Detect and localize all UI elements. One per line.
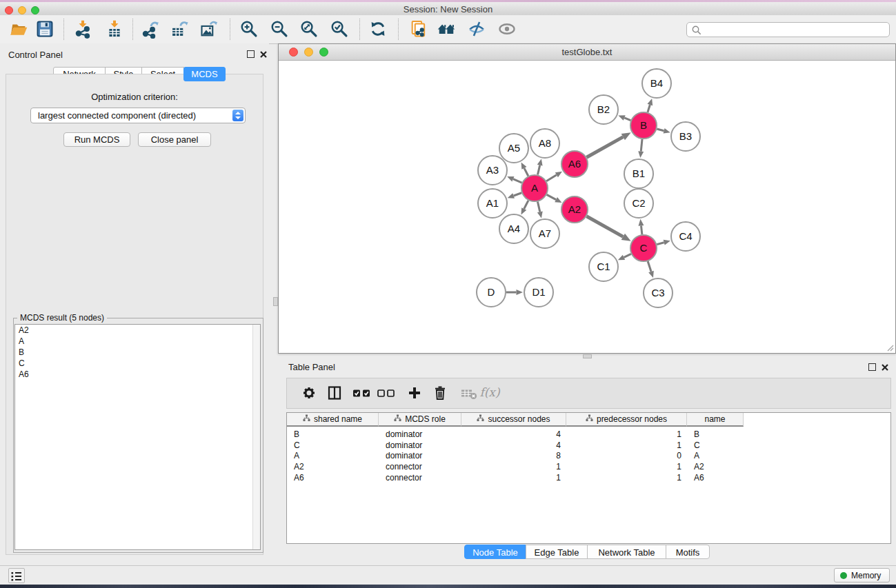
close-panel-button[interactable]: Close panel [138, 132, 211, 147]
memory-button[interactable]: Memory [834, 568, 890, 582]
refresh-layout-icon[interactable] [368, 19, 388, 39]
table-close-icon[interactable] [881, 363, 889, 372]
edge-A2-C[interactable] [586, 216, 623, 237]
desktop-wallpaper-bottom [0, 585, 896, 588]
deselect-all-rows-icon[interactable] [375, 385, 397, 404]
function-builder-icon[interactable]: f(x) [479, 385, 499, 399]
home-layout-icon[interactable] [437, 19, 456, 39]
show-columns-icon[interactable] [326, 385, 343, 404]
table-row[interactable]: A6connector11A6 [287, 472, 890, 483]
result-list-item[interactable]: A6 [15, 369, 260, 380]
graph-node-label: C [640, 242, 648, 254]
resize-grip-icon[interactable] [886, 343, 894, 352]
zoom-out-icon[interactable] [270, 19, 289, 39]
table-row[interactable]: A2connector11A2 [287, 461, 890, 472]
edge-B-B2[interactable] [624, 118, 630, 121]
result-list-item[interactable]: C [15, 358, 260, 369]
column-header-predecessor-nodes[interactable]: predecessor nodes [566, 413, 687, 427]
table-row[interactable]: Bdominator41B [287, 429, 890, 440]
edge-B-B3[interactable] [657, 129, 664, 131]
control-panel-title: Control Panel [8, 50, 63, 60]
table-row[interactable]: Cdominator41C [287, 440, 890, 451]
run-mcds-button[interactable]: Run MCDS [63, 132, 130, 147]
result-list-item[interactable]: A2 [15, 325, 260, 336]
graph-node-label: A [531, 182, 538, 194]
search-field[interactable] [686, 22, 890, 37]
edge-A-A1[interactable] [514, 193, 522, 196]
edge-A-A4[interactable] [524, 201, 528, 209]
search-input[interactable] [704, 23, 886, 37]
edge-A6-B[interactable] [586, 137, 623, 158]
select-stepper-icon [232, 110, 243, 121]
edge-arrowhead-icon [648, 271, 654, 278]
edge-B-B1[interactable] [641, 139, 642, 152]
result-list-item[interactable]: A [15, 336, 260, 347]
tab-motifs[interactable]: Motifs [666, 545, 710, 559]
mcds-result-list[interactable]: A2ABCA6 [14, 324, 261, 550]
edge-A-A5[interactable] [524, 168, 528, 176]
select-all-rows-icon[interactable] [351, 385, 373, 404]
delete-rows-icon[interactable] [432, 385, 448, 404]
edge-arrowhead-icon [517, 290, 524, 295]
column-header-name[interactable]: name [687, 413, 744, 427]
show-graphics-details-icon[interactable] [497, 19, 517, 39]
save-session-icon[interactable] [35, 19, 54, 39]
column-type-icon [477, 414, 484, 424]
network-window-titlebar[interactable]: testGlobe.txt [279, 44, 895, 61]
delete-table-icon[interactable] [460, 385, 478, 404]
edge-B-B4[interactable] [648, 105, 650, 112]
close-icon[interactable] [259, 50, 268, 59]
edge-C-C1[interactable] [624, 254, 630, 257]
network-from-document-icon[interactable] [409, 19, 428, 39]
table-cell: A6 [287, 472, 379, 483]
add-row-icon[interactable] [406, 385, 423, 404]
result-list-scrollbar[interactable] [252, 325, 260, 549]
zoom-selected-icon[interactable] [330, 19, 349, 39]
hide-graphics-details-icon[interactable] [467, 19, 486, 39]
edge-C-C2[interactable] [641, 225, 641, 234]
task-history-button[interactable] [8, 568, 25, 583]
window-title: Session: New Session [0, 4, 896, 14]
graph-node-label: A7 [539, 227, 551, 239]
table-row[interactable]: Adominator80A [287, 450, 890, 461]
table-options-gear-icon[interactable] [301, 385, 317, 404]
table-float-window-icon[interactable] [868, 363, 876, 371]
edge-C-C4[interactable] [657, 243, 664, 245]
zoom-in-icon[interactable] [239, 19, 259, 39]
edge-A-A6[interactable] [546, 175, 557, 181]
horizontal-split-handle[interactable] [273, 297, 278, 306]
edge-A-A2[interactable] [547, 194, 556, 199]
import-network-icon[interactable] [73, 19, 92, 39]
edge-A-A7[interactable] [537, 202, 539, 212]
mcds-result-items: A2ABCA6 [15, 325, 260, 380]
criterion-select[interactable]: largest connected component (directed) [30, 108, 246, 123]
tab-edge-table[interactable]: Edge Table [526, 545, 588, 559]
tab-network-table[interactable]: Network Table [587, 545, 666, 559]
open-session-icon[interactable] [9, 19, 28, 39]
zoom-fit-icon[interactable] [299, 19, 319, 39]
search-icon [691, 25, 702, 36]
result-list-item[interactable]: B [15, 347, 260, 358]
graph-node-label: A1 [486, 197, 499, 209]
tab-node-table[interactable]: Node Table [464, 545, 526, 559]
edge-arrowhead-icon [648, 99, 653, 105]
edge-A-A3[interactable] [513, 179, 522, 183]
network-window-title: testGlobe.txt [279, 47, 895, 57]
float-window-icon[interactable] [247, 50, 255, 58]
column-header-shared-name[interactable]: shared name [287, 413, 379, 427]
column-header-mcds-role[interactable]: MCDS role [379, 413, 461, 427]
export-network-icon[interactable] [141, 19, 160, 39]
column-header-successor-nodes[interactable]: successor nodes [461, 413, 566, 427]
import-table-icon[interactable] [105, 19, 124, 39]
edge-arrowhead-icon [664, 240, 670, 245]
network-canvas[interactable]: B4B2BB3A8A5A6A3B1AA1C2A2A4A7C4CC1DD1C3 [279, 61, 895, 352]
graph-node-label: B [640, 119, 647, 131]
edge-C-C3[interactable] [648, 261, 651, 272]
export-image-icon[interactable] [199, 19, 219, 39]
edge-A-A8[interactable] [537, 165, 539, 175]
edge-arrowhead-icon [664, 128, 670, 134]
table-cell: dominator [379, 440, 461, 451]
tab-mcds[interactable]: MCDS [183, 67, 226, 81]
table-cell: A [287, 450, 379, 461]
export-table-icon[interactable] [170, 19, 189, 39]
